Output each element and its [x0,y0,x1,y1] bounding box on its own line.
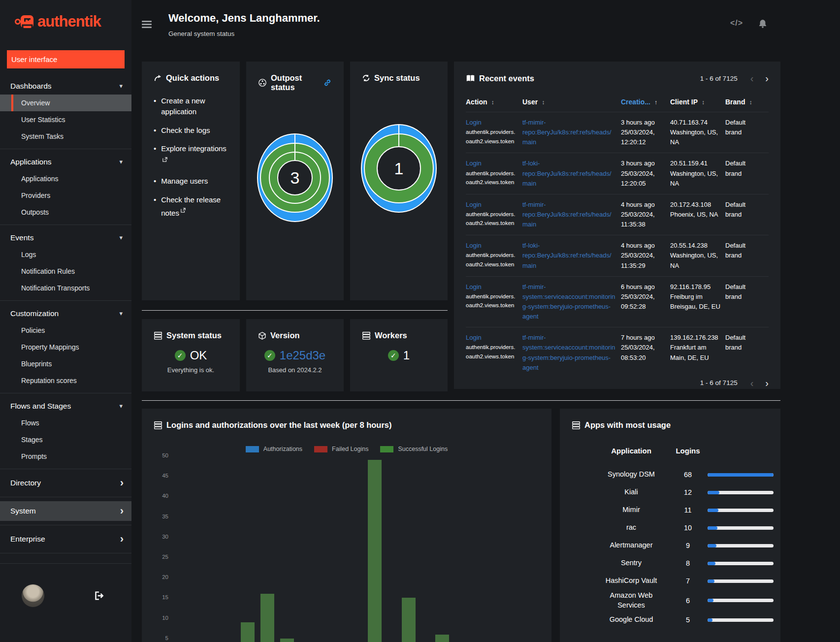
version-title: Version [270,331,300,340]
sign-out-icon[interactable] [93,590,104,601]
sidebar-section-dashboards[interactable]: Dashboards▾ [0,77,131,95]
sidebar-item-system[interactable]: System› [0,501,131,521]
event-geo: Freiburg im Breisgau, DE, EU [670,292,720,312]
next-page-icon[interactable]: › [765,378,769,388]
notifications-bell-icon[interactable] [758,19,768,29]
event-user-link[interactable]: tf-mimir-system:serviceaccount:monitorin… [522,334,615,371]
sidebar-item-label: Notification Transports [21,284,90,292]
sync-status-card: Sync status 1 [350,62,448,300]
app-usage-bar-fill [708,544,716,547]
quick-action-item[interactable]: •Check the logs [154,125,228,136]
quick-action-item[interactable]: •Create a new application [154,96,228,117]
app-logins-count: 9 [668,542,708,549]
app-usage-row: Sentry8 [572,554,769,572]
sidebar-section-customization[interactable]: Customization▾ [0,305,131,322]
sync-refresh-icon [362,74,370,82]
event-action-link[interactable]: Login [466,333,517,343]
column-header-client-ip[interactable]: Client IP↕ [670,94,725,112]
quick-action-item[interactable]: •Explore integrations [154,143,228,168]
sort-icon[interactable]: ↕ [749,99,752,106]
chevron-down-icon: ▾ [119,158,123,165]
chart-bar [402,598,416,642]
event-user-link[interactable]: tf-loki-repo:BeryJu/k8s:ref:refs/heads/m… [522,242,612,269]
sidebar-item-property-mappings[interactable]: Property Mappings [0,339,131,355]
sidebar-item-enterprise[interactable]: Enterprise› [0,529,131,549]
app-usage-bar [708,526,774,530]
sidebar-item-blueprints[interactable]: Blueprints [0,355,131,372]
sidebar-item-user-statistics[interactable]: User Statistics [0,111,131,128]
sidebar-item-label: Applications [21,175,59,183]
quick-action-item[interactable]: •Manage users [154,176,228,187]
event-user-link[interactable]: tf-mimir-repo:BeryJu/k8s:ref:refs/heads/… [522,119,612,146]
event-created-cell: 4 hours ago25/03/2024, 11:35:29 [621,235,670,276]
sidebar-item-overview[interactable]: Overview [0,95,131,111]
event-action-link[interactable]: Login [466,118,517,128]
sidebar-item-notification-transports[interactable]: Notification Transports [0,280,131,296]
sidebar-toggle-icon[interactable] [142,21,152,29]
recent-events-title: Recent events [479,74,534,83]
app-name: Kiali [594,486,668,498]
legend-swatch [246,446,259,452]
sidebar-section-events[interactable]: Events▾ [0,229,131,246]
sidebar-item-stages[interactable]: Stages [0,431,131,448]
sort-icon[interactable]: ↑ [654,99,657,106]
app-usage-bar [708,618,774,622]
legend-label: Failed Logins [332,446,368,452]
sync-status-title: Sync status [374,73,420,83]
sort-icon[interactable]: ↕ [491,99,494,106]
event-user-link[interactable]: tf-mimir-system:serviceaccount:monitorin… [522,283,615,320]
event-action-link[interactable]: Login [466,159,517,168]
column-header-user[interactable]: User↕ [522,94,621,112]
app-usage-bar [708,562,774,565]
sidebar-item-applications[interactable]: Applications [0,170,131,187]
api-code-icon[interactable]: </> [730,19,743,28]
outpost-icon [258,78,267,87]
sidebar-item-notification-rules[interactable]: Notification Rules [0,263,131,280]
event-action-link[interactable]: Login [466,282,517,292]
sidebar-item-reputation-scores[interactable]: Reputation scores [0,372,131,389]
event-client-ip: 139.162.176.238 [670,333,720,343]
outpost-status-card: Outpost status 3 [246,62,344,300]
sidebar-item-outposts[interactable]: Outposts [0,204,131,221]
user-avatar[interactable] [22,584,44,607]
event-created-cell: 4 hours ago25/03/2024, 11:35:38 [621,194,670,235]
version-value[interactable]: 1e25d3e [280,349,325,362]
event-created-relative: 4 hours ago [621,200,665,210]
app-usage-row: HashiCorp Vault7 [572,572,769,590]
event-brand-cell: Default brand [725,153,769,194]
sidebar-section-applications[interactable]: Applications▾ [0,153,131,170]
prev-page-icon[interactable]: ‹ [750,378,754,388]
sidebar-item-label: Directory [10,479,41,487]
event-user-link[interactable]: tf-loki-repo:BeryJu/k8s:ref:refs/heads/m… [522,160,612,187]
column-header-brand[interactable]: Brand↕ [725,94,769,112]
user-interface-button[interactable]: User interface [7,50,125,68]
sidebar-item-logs[interactable]: Logs [0,246,131,263]
y-axis-tick-label: 35 [154,514,168,519]
sort-icon[interactable]: ↕ [542,99,545,106]
sidebar-item-system-tasks[interactable]: System Tasks [0,128,131,145]
sidebar-item-policies[interactable]: Policies [0,322,131,339]
sidebar-item-prompts[interactable]: Prompts [0,448,131,465]
event-client-ip: 92.116.178.95 [670,282,720,292]
sidebar-divider [0,300,131,301]
server-stack-icon [154,332,162,340]
next-page-icon[interactable]: › [765,73,769,83]
column-header-creatio-[interactable]: Creatio...↑ [621,94,670,112]
sidebar-item-directory[interactable]: Directory› [0,473,131,493]
event-user-link[interactable]: tf-mimir-repo:BeryJu/k8s:ref:refs/heads/… [522,201,612,228]
quick-action-label: Check the release notes [161,194,228,219]
event-action-link[interactable]: Login [466,200,517,210]
link-chain-icon[interactable] [323,78,332,87]
sidebar-section-flows-and-stages[interactable]: Flows and Stages▾ [0,397,131,415]
sidebar-item-flows[interactable]: Flows [0,415,131,431]
pagination-bottom: 1 - 6 of 7125 ‹ › [700,378,769,388]
quick-action-item[interactable]: •Check the release notes [154,194,228,219]
event-action-link[interactable]: Login [466,241,517,251]
chevron-down-icon: ▾ [119,234,123,241]
sidebar-item-providers[interactable]: Providers [0,187,131,204]
sort-icon[interactable]: ↕ [702,99,705,106]
app-logins-count: 8 [668,559,708,567]
legend-swatch [314,446,327,452]
column-header-action[interactable]: Action↕ [466,94,522,112]
prev-page-icon[interactable]: ‹ [750,73,754,83]
